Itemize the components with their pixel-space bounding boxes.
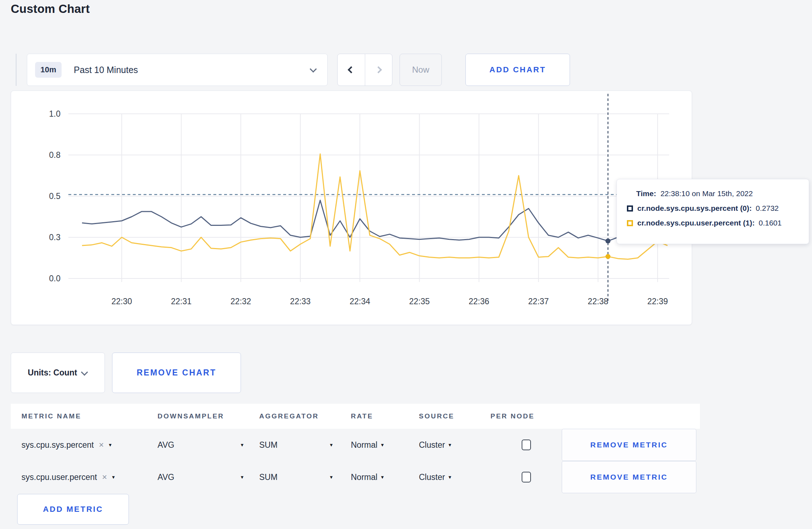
column-header: METRIC NAME [11,412,158,420]
x-tick-label: 22:38 [588,297,609,306]
custom-chart-page: Custom Chart 10m Past 10 Minutes Now ADD… [0,0,812,529]
tooltip-series-name: cr.node.sys.cpu.sys.percent (0): [637,204,752,213]
series-line [82,200,667,241]
chart-tooltip: Time: 22:38:10 on Mar 15th, 2022 cr.node… [617,179,809,244]
column-header: RATE [351,412,419,420]
chart-card[interactable]: 0.00.30.50.81.022:3022:3122:3222:3322:34… [11,91,692,325]
x-tick-label: 22:34 [349,297,370,306]
rate-select[interactable]: Normal [351,472,377,482]
timeseries-chart[interactable]: 0.00.30.50.81.022:3022:3122:3222:3322:34… [11,91,692,327]
per-node-checkbox[interactable] [522,440,531,450]
y-tick-label: 0.3 [49,233,61,242]
rate-select[interactable]: Normal [351,440,377,450]
chevron-right-icon [375,66,382,73]
caret-down-icon[interactable]: ▾ [330,442,333,448]
caret-down-icon[interactable]: ▾ [381,474,384,480]
time-range-badge: 10m [35,62,62,78]
clear-metric-icon[interactable]: × [102,472,107,482]
metrics-table-header: METRIC NAMEDOWNSAMPLERAGGREGATORRATESOUR… [11,404,700,429]
chevron-down-icon [81,368,88,375]
prev-time-button[interactable] [338,54,365,86]
units-dropdown[interactable]: Units: Count [11,353,105,393]
units-label: Units: Count [28,368,77,378]
tooltip-series-value: 0.2732 [756,204,779,213]
y-tick-label: 0.5 [49,191,61,201]
x-tick-label: 22:33 [290,297,311,306]
series-line [82,154,667,259]
y-tick-label: 0.8 [49,150,61,160]
column-header: SOURCE [419,412,490,420]
metric-name-value[interactable]: sys.cpu.sys.percent [21,440,94,450]
time-nav-group [337,54,392,86]
crosshair-dot [605,254,610,259]
downsampler-select[interactable]: AVG [158,440,174,450]
x-tick-label: 22:39 [647,297,668,306]
caret-down-icon[interactable]: ▾ [449,474,451,480]
chart-svg: 0.00.30.50.81.022:3022:3122:3222:3322:34… [11,91,692,325]
add-chart-button[interactable]: ADD CHART [465,54,570,86]
downsampler-select[interactable]: AVG [158,472,174,482]
caret-down-icon[interactable]: ▾ [241,474,243,480]
chevron-left-icon [348,66,355,73]
column-header: AGGREGATOR [259,412,351,420]
legend-square-icon [627,220,633,226]
per-node-checkbox[interactable] [522,472,531,482]
metric-name-value[interactable]: sys.cpu.user.percent [21,472,97,482]
aggregator-select[interactable]: SUM [259,472,277,482]
now-button[interactable]: Now [400,54,442,86]
time-range-label: Past 10 Minutes [74,65,311,75]
tooltip-series-row: cr.node.sys.cpu.sys.percent (0):0.2732 [627,204,800,213]
x-tick-label: 22:35 [409,297,430,306]
remove-chart-button[interactable]: REMOVE CHART [112,353,241,393]
y-tick-label: 0.0 [49,274,61,283]
legend-square-icon [627,205,633,212]
metrics-table-rows: sys.cpu.sys.percent×▾AVG▾SUM▾Normal▾Clus… [11,429,700,493]
y-tick-label: 1.0 [49,109,61,118]
remove-metric-button[interactable]: REMOVE METRIC [562,429,696,461]
page-title: Custom Chart [11,2,90,16]
tooltip-time-label: Time: [636,189,656,198]
tooltip-series-value: 0.1601 [759,219,782,227]
column-header: DOWNSAMPLER [158,412,259,420]
clear-metric-icon[interactable]: × [99,440,104,450]
remove-metric-button[interactable]: REMOVE METRIC [562,461,696,493]
x-tick-label: 22:30 [111,297,132,306]
crosshair-dot [605,238,610,243]
caret-down-icon[interactable]: ▾ [330,474,333,480]
aggregator-select[interactable]: SUM [259,440,277,450]
tooltip-time-value: 22:38:10 on Mar 15th, 2022 [661,189,753,198]
tooltip-series-list: cr.node.sys.cpu.sys.percent (0):0.2732cr… [627,204,800,227]
x-tick-label: 22:32 [231,297,251,306]
x-tick-label: 22:37 [528,297,549,306]
x-tick-label: 22:36 [469,297,489,306]
add-metric-button[interactable]: ADD METRIC [17,494,129,525]
metric-row: sys.cpu.user.percent×▾AVG▾SUM▾Normal▾Clu… [11,461,700,493]
column-header: PER NODE [490,412,562,420]
caret-down-icon[interactable]: ▾ [381,442,384,448]
toolbar-divider [16,54,16,86]
caret-down-icon[interactable]: ▾ [449,442,451,448]
caret-down-icon[interactable]: ▾ [241,442,243,448]
source-select[interactable]: Cluster [419,472,445,482]
metrics-table: METRIC NAMEDOWNSAMPLERAGGREGATORRATESOUR… [11,404,700,493]
caret-down-icon[interactable]: ▾ [112,474,115,480]
metric-row: sys.cpu.sys.percent×▾AVG▾SUM▾Normal▾Clus… [11,429,700,461]
tooltip-series-row: cr.node.sys.cpu.user.percent (1):0.1601 [627,219,800,227]
source-select[interactable]: Cluster [419,440,445,450]
x-tick-label: 22:31 [171,297,192,306]
tooltip-series-name: cr.node.sys.cpu.user.percent (1): [637,219,755,227]
caret-down-icon[interactable]: ▾ [109,442,112,448]
time-range-dropdown[interactable]: 10m Past 10 Minutes [27,54,328,86]
next-time-button[interactable] [365,54,392,86]
